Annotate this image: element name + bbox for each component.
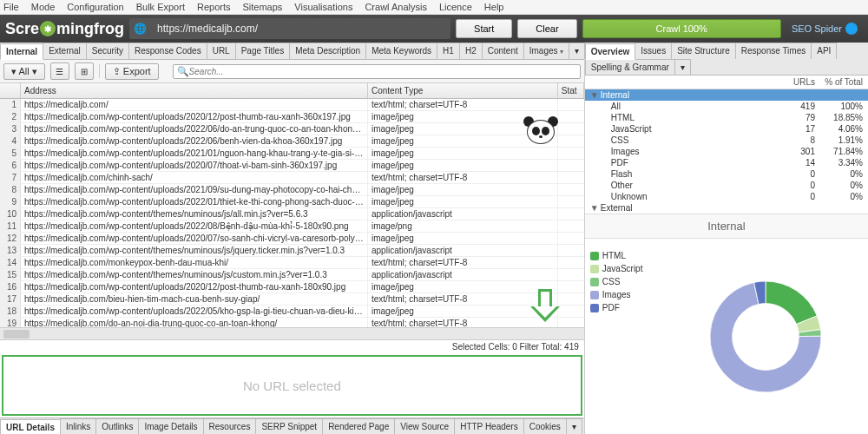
row-index: 7	[0, 172, 21, 183]
search-input[interactable]	[189, 67, 576, 76]
table-row[interactable]: 6https://medicaljb.com/wp-content/upload…	[0, 160, 584, 172]
btab-url-details[interactable]: URL Details	[0, 419, 61, 434]
row-address: https://medicaljb.com/chinh-sach/	[21, 172, 368, 183]
rtab-response-times[interactable]: Response Times	[735, 43, 812, 59]
row-index: 1	[0, 99, 21, 110]
donut-slice-html[interactable]	[766, 281, 817, 325]
menu-bulk-export[interactable]: Bulk Export	[136, 2, 185, 12]
clear-button[interactable]: Clear	[517, 19, 576, 38]
tree-item-javascript[interactable]: JavaScript174.06%	[585, 123, 868, 135]
btab-resources[interactable]: Resources	[203, 418, 257, 434]
btab-view-source[interactable]: View Source	[394, 418, 455, 434]
tab-security[interactable]: Security	[86, 43, 129, 59]
tree-item-pdf[interactable]: PDF143.34%	[585, 157, 868, 168]
search-box[interactable]: 🔍	[173, 64, 581, 79]
btab-inlinks[interactable]: Inlinks	[60, 418, 96, 434]
rtab-overview[interactable]: Overview	[585, 43, 635, 60]
rtab-api[interactable]: API	[811, 43, 837, 59]
btab-image-details[interactable]: Image Details	[138, 418, 203, 434]
col-content-type[interactable]: Content Type	[368, 83, 558, 98]
rtab-issues[interactable]: Issues	[635, 43, 672, 59]
table-row[interactable]: 14https://medicaljb.com/monkeypox-benh-d…	[0, 257, 584, 269]
tree-icon[interactable]: ⊞	[75, 62, 94, 80]
btab-serp-snippet[interactable]: SERP Snippet	[255, 418, 323, 434]
rtab-spelling-&-grammar[interactable]: Spelling & Grammar	[585, 59, 675, 75]
menu-reports[interactable]: Reports	[197, 2, 231, 12]
table-row[interactable]: 3https://medicaljb.com/wp-content/upload…	[0, 123, 584, 135]
tab-h2[interactable]: H2	[459, 43, 483, 59]
tree-internal[interactable]: ▼Internal	[585, 89, 868, 101]
export-button[interactable]: ⇪ Export	[105, 63, 159, 80]
filter-dropdown[interactable]: ▾ All ▾	[3, 63, 45, 80]
rtab-more-icon[interactable]: ▾	[674, 59, 691, 75]
start-button[interactable]: Start	[456, 19, 512, 38]
column-icon[interactable]: ☰	[50, 62, 69, 80]
table-row[interactable]: 5https://medicaljb.com/wp-content/upload…	[0, 148, 584, 160]
url-input[interactable]	[150, 18, 450, 39]
tree-item-flash[interactable]: Flash00%	[585, 168, 868, 180]
table-row[interactable]: 15https://medicaljb.com/wp-content/theme…	[0, 269, 584, 281]
row-index: 2	[0, 111, 21, 122]
tab-external[interactable]: External	[43, 43, 87, 59]
legend-images: Images	[590, 290, 658, 299]
menu-file[interactable]: File	[3, 2, 19, 12]
table-row[interactable]: 17https://medicaljb.com/bieu-hien-tim-ma…	[0, 293, 584, 306]
row-address: https://medicaljb.com/wp-content/uploads…	[21, 135, 368, 147]
tab-images[interactable]: Images	[523, 43, 569, 59]
btab-http-headers[interactable]: HTTP Headers	[454, 418, 524, 434]
table-row[interactable]: 16https://medicaljb.com/wp-content/uploa…	[0, 281, 584, 293]
table-row[interactable]: 10https://medicaljb.com/wp-content/theme…	[0, 208, 584, 220]
menu-mode[interactable]: Mode	[31, 2, 56, 12]
table-row[interactable]: 1https://medicaljb.com/text/html; charse…	[0, 99, 584, 111]
btab-cookies[interactable]: Cookies	[523, 418, 567, 434]
col-status[interactable]: Stat	[558, 83, 584, 98]
tab-meta-description[interactable]: Meta Description	[289, 43, 366, 59]
menu-sitemaps[interactable]: Sitemaps	[242, 2, 282, 12]
btab-rendered-page[interactable]: Rendered Page	[322, 418, 395, 434]
tab-page-titles[interactable]: Page Titles	[235, 43, 290, 59]
col-address[interactable]: Address	[21, 83, 368, 98]
table-row[interactable]: 7https://medicaljb.com/chinh-sach/text/h…	[0, 172, 584, 184]
tab-internal[interactable]: Internal	[0, 43, 43, 60]
row-address: https://medicaljb.com/wp-content/themes/…	[21, 245, 368, 256]
tree-item-all[interactable]: All419100%	[585, 101, 868, 112]
globe-icon[interactable]: 🌐	[129, 18, 150, 39]
menu-crawl-analysis[interactable]: Crawl Analysis	[365, 2, 427, 12]
tab-meta-keywords[interactable]: Meta Keywords	[365, 43, 437, 59]
row-address: https://medicaljb.com/wp-content/themes/…	[21, 269, 368, 280]
rtab-site-structure[interactable]: Site Structure	[671, 43, 736, 59]
tree-item-html[interactable]: HTML7918.85%	[585, 112, 868, 123]
tab-url[interactable]: URL	[207, 43, 236, 59]
table-row[interactable]: 2https://medicaljb.com/wp-content/upload…	[0, 111, 584, 123]
table-row[interactable]: 12https://medicaljb.com/wp-content/uploa…	[0, 233, 584, 245]
tab-h1[interactable]: H1	[437, 43, 460, 59]
col-index[interactable]	[0, 83, 21, 98]
table-row[interactable]: 9https://medicaljb.com/wp-content/upload…	[0, 196, 584, 208]
table-row[interactable]: 4https://medicaljb.com/wp-content/upload…	[0, 135, 584, 148]
tree-external[interactable]: ▼External	[585, 202, 868, 214]
bottom-tabs: URL DetailsInlinksOutlinksImage DetailsR…	[0, 418, 584, 434]
crawl-button[interactable]: Crawl 100%	[582, 19, 781, 38]
btab-more-icon[interactable]: ▾	[566, 418, 582, 434]
tree-item-css[interactable]: CSS81.91%	[585, 135, 868, 146]
table-row[interactable]: 13https://medicaljb.com/wp-content/theme…	[0, 245, 584, 257]
menu-licence[interactable]: Licence	[439, 2, 472, 12]
menu-configuration[interactable]: Configuration	[67, 2, 123, 12]
twitter-icon[interactable]	[845, 23, 858, 35]
table-row[interactable]: 11https://medicaljb.com/wp-content/uploa…	[0, 220, 584, 233]
table-row[interactable]: 18https://medicaljb.com/wp-content/uploa…	[0, 306, 584, 318]
btab-outlinks[interactable]: Outlinks	[95, 418, 139, 434]
h-scrollbar[interactable]	[0, 327, 584, 339]
tab-content[interactable]: Content	[482, 43, 524, 59]
row-status	[558, 148, 584, 159]
tab-more-icon[interactable]: ▾	[569, 43, 585, 59]
tab-response-codes[interactable]: Response Codes	[128, 43, 207, 59]
tree-item-images[interactable]: Images30171.84%	[585, 146, 868, 157]
menu-help[interactable]: Help	[484, 2, 504, 12]
table-row[interactable]: 8https://medicaljb.com/wp-content/upload…	[0, 184, 584, 196]
tree-item-unknown[interactable]: Unknown00%	[585, 191, 868, 202]
seo-spider-label: SEO Spider	[786, 23, 863, 35]
tree-item-other[interactable]: Other00%	[585, 180, 868, 191]
menu-visualisations[interactable]: Visualisations	[294, 2, 352, 12]
table-row[interactable]: 19https://medicaljb.com/do-an-noi-dia-tr…	[0, 318, 584, 327]
